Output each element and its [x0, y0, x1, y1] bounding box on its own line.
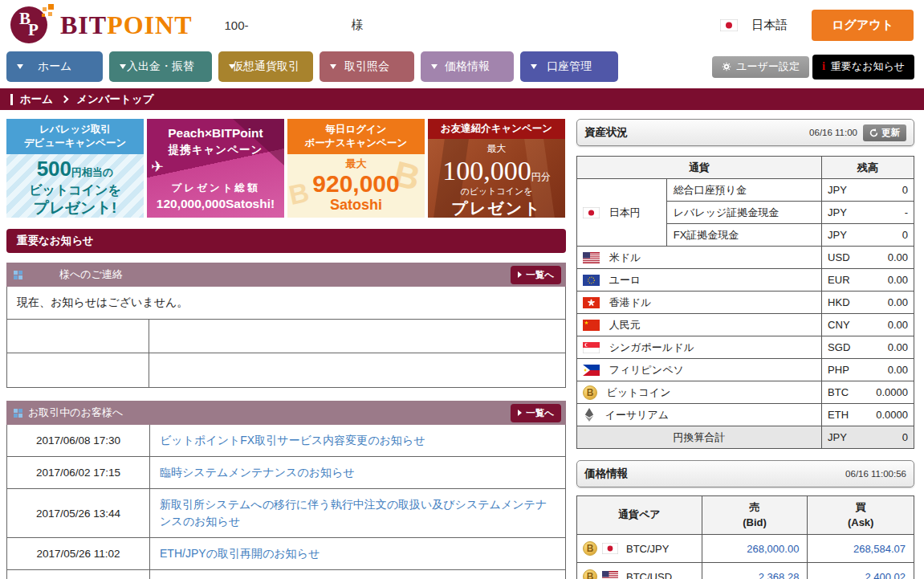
currency-code: ETH [828, 409, 849, 421]
account-honorific: 様 [352, 18, 364, 33]
grid-icon [14, 409, 22, 418]
news-link[interactable]: 臨時システムメンテナンスのお知らせ [149, 457, 565, 488]
currency-code: HKD [828, 296, 849, 308]
banner-leverage-campaign[interactable]: レバレッジ取引デビューキャンペーン 500円相当の ビットコインを プレゼント! [6, 119, 144, 218]
contact-panel-header: 様へのご連絡 一覧へ [6, 263, 566, 287]
balance-value: - [905, 206, 908, 218]
contact-panel-title: 様へのご連絡 [59, 267, 123, 282]
nav-deposit-transfer[interactable]: 入出金・振替 [109, 51, 212, 82]
prices-panel-header: 価格情報 06/16 11:00:56 [576, 460, 914, 487]
us-flag-icon [583, 252, 600, 263]
table-header-row: 通貨ペア 売(Bid) 買(Ask) [577, 496, 914, 535]
banner-daily-login-campaign[interactable]: 毎日ログインボーナスキャンペーン 最大 920,000 Satoshi [287, 119, 425, 218]
ask-value: 268,584.07 [808, 535, 914, 563]
table-row [7, 320, 565, 353]
contact-empty-message: 現在、お知らせはございません。 [7, 287, 565, 320]
important-notice-button[interactable]: i 重要なお知らせ [812, 55, 914, 80]
news-row: 2017/05/26 13:44 新取引所システムへの移行に伴う執行中注文の取扱… [7, 489, 565, 538]
philippines-flag-icon [583, 365, 600, 376]
important-info-icon: i [822, 60, 825, 73]
contact-list-button[interactable]: 一覧へ [511, 266, 561, 284]
balance-value: 0.00 [888, 341, 908, 353]
nav-home[interactable]: ホーム [6, 51, 103, 82]
col-bid: 売(Bid) [702, 496, 808, 535]
table-row: イーサリアム ETH0.0000 [577, 404, 914, 426]
main-nav: ホーム 入出金・振替 仮想通貨取引 取引照会 価格情報 口座管理 ユーザー設定 … [0, 50, 924, 84]
prices-timestamp: 06/16 11:00:56 [845, 469, 906, 479]
nav-account-mgmt[interactable]: 口座管理 [520, 51, 618, 82]
news-link[interactable]: ETH/JPY現物取引の一時売買停止のお知らせ [149, 570, 565, 579]
ethereum-icon [584, 408, 594, 422]
currency-name: 人民元 [609, 319, 641, 331]
balance-value: 0.00 [888, 251, 908, 263]
balance-value: 0.00 [888, 319, 908, 331]
currency-code: JPY [828, 184, 847, 196]
logout-button[interactable]: ログアウト [812, 10, 914, 41]
breadcrumb-home[interactable]: ホーム [20, 92, 53, 107]
news-link[interactable]: ETH/JPYの取引再開のお知らせ [149, 538, 565, 569]
refresh-button[interactable]: 更新 [863, 124, 906, 141]
bitcoin-icon: B [583, 385, 597, 400]
prices-table: 通貨ペア 売(Bid) 買(Ask) B BTC/JPY 268,000.00 … [576, 495, 914, 579]
account-info: 100- 様 [224, 18, 363, 33]
brand-wordmark: BITPOINT [60, 10, 192, 40]
currency-name: フィリピンペソ [609, 364, 684, 376]
bitcoin-icon: B [583, 569, 597, 579]
news-link[interactable]: 新取引所システムへの移行に伴う執行中注文の取扱い及びシステムメンテナンスのお知ら… [149, 489, 565, 537]
prices-panel-title: 価格情報 [584, 467, 628, 481]
banner-referral-campaign[interactable]: お友達紹介キャンペーン 最大 100,000円分 のビットコインを プレゼント [428, 119, 565, 218]
news-list-button[interactable]: 一覧へ [511, 404, 561, 422]
balance-value: 0.00 [888, 364, 908, 376]
important-notice-section-bar: 重要なお知らせ [6, 229, 566, 253]
currency-name: ユーロ [609, 274, 641, 286]
news-row: 2017/06/02 17:15 臨時システムメンテナンスのお知らせ [7, 457, 565, 489]
currency-code: CNY [828, 319, 849, 331]
currency-name: シンガポールドル [609, 341, 694, 353]
singapore-flag-icon [583, 342, 600, 353]
contact-table: 現在、お知らせはございません。 [6, 287, 566, 388]
table-row: 日本円 総合口座預り金 JPY0 [577, 179, 914, 202]
china-flag-icon [583, 320, 600, 331]
account-number: 100- [224, 18, 248, 32]
nav-crypto-trade[interactable]: 仮想通貨取引 [218, 51, 313, 82]
price-row: B BTC/JPY 268,000.00 268,584.07 [577, 535, 914, 563]
news-date: 2017/05/26 13:44 [7, 489, 149, 537]
news-date: 2017/06/02 17:15 [7, 457, 149, 488]
breadcrumb: ホーム メンバートップ [0, 88, 924, 110]
table-row: ユーロ EUR0.00 [577, 269, 914, 292]
balance-value: 0.00 [888, 296, 908, 308]
nav-price-info[interactable]: 価格情報 [421, 51, 514, 82]
language-label: 日本語 [751, 18, 788, 33]
list-arrow-icon [518, 410, 522, 416]
col-ask: 買(Ask) [808, 496, 914, 535]
currency-name: ビットコイン [607, 386, 671, 398]
nav-trade-inquiry[interactable]: 取引照会 [320, 51, 414, 82]
campaign-banners: レバレッジ取引デビューキャンペーン 500円相当の ビットコインを プレゼント!… [6, 119, 566, 218]
col-pair: 通貨ペア [577, 496, 702, 535]
table-row: 米ドル USD0.00 [577, 247, 914, 269]
balance-label: レバレッジ証拠金現金 [666, 202, 821, 224]
dropdown-arrow-icon [229, 64, 235, 69]
table-row: フィリピンペソ PHP0.00 [577, 359, 914, 381]
us-flag-icon [602, 571, 618, 579]
news-row: 2017/06/08 17:30 ビットポイントFX取引サービス内容変更のお知ら… [7, 425, 565, 457]
total-label: 円換算合計 [577, 426, 822, 449]
language-selector[interactable]: 日本語 [720, 18, 788, 33]
airplane-icon: ✈ [151, 157, 164, 176]
banner-peach-campaign[interactable]: Peach×BITPoint 提携キャンペーン ✈ プレゼント総額 120,00… [147, 119, 284, 218]
grid-icon [14, 271, 22, 279]
balance-value: 0 [902, 229, 908, 241]
balance-label: 総合口座預り金 [666, 179, 821, 202]
hongkong-flag-icon [583, 297, 600, 308]
currency-code: BTC [828, 386, 849, 398]
ask-value: 2,400.02 [808, 563, 914, 579]
news-link[interactable]: ビットポイントFX取引サービス内容変更のお知らせ [149, 425, 565, 456]
japan-flag-icon [720, 19, 738, 31]
col-currency: 通貨 [577, 157, 822, 179]
bitpoint-logo[interactable]: B P BITPOINT [10, 4, 192, 46]
breadcrumb-current: メンバートップ [76, 92, 153, 107]
user-settings-button[interactable]: ユーザー設定 [712, 56, 809, 78]
news-row: 2017/05/26 10:40 ETH/JPY現物取引の一時売買停止のお知らせ [7, 570, 565, 579]
news-panel-header: お取引中のお客様へ 一覧へ [6, 401, 566, 425]
assets-table: 通貨 残高 日本円 総合口座預り金 JPY0 レバレッジ証拠金現金 JPY- [576, 156, 914, 449]
